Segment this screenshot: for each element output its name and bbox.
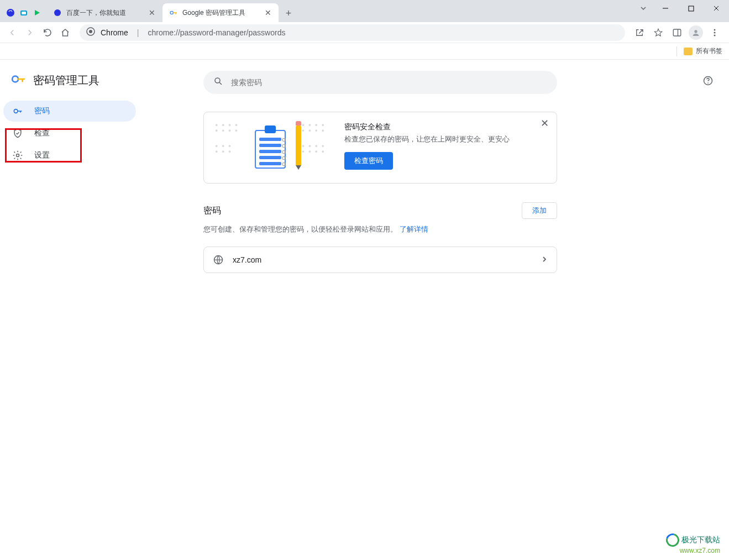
all-bookmarks-label: 所有书签 (696, 46, 722, 56)
toolbar-actions (632, 25, 725, 40)
side-panel-icon[interactable] (669, 25, 685, 40)
maximize-button[interactable] (678, 0, 704, 17)
all-bookmarks-button[interactable]: 所有书签 (684, 46, 722, 56)
browser-toolbar: Chrome | chrome://password-manager/passw… (0, 22, 729, 43)
password-domain: xz7.com (233, 255, 532, 264)
section-title: 密码 (203, 205, 221, 217)
password-checkup-card: ✕ ● ● ● ●● ● ● ● ● ● ● ●● ● ● ● ● ● ●● ●… (203, 112, 557, 184)
profile-avatar[interactable] (688, 25, 704, 40)
sidebar-header: 密码管理工具 (0, 72, 144, 101)
url-path: chrome://password-manager/passwords (148, 28, 285, 37)
section-description: 您可创建、保存和管理您的密码，以便轻松登录网站和应用。 了解详情 (203, 224, 557, 234)
sidebar-item-passwords[interactable]: 密码 (3, 101, 136, 122)
add-password-button[interactable]: 添加 (522, 202, 557, 219)
tab-strip: 百度一下，你就知道 ✕ Google 密码管理工具 ✕ + (46, 0, 296, 22)
svg-rect-2 (22, 12, 26, 14)
svg-point-17 (17, 154, 19, 157)
forward-button[interactable] (22, 25, 38, 40)
bookmark-bar: 所有书签 (0, 43, 729, 60)
gear-icon (12, 150, 23, 161)
close-card-button[interactable]: ✕ (539, 118, 550, 129)
help-icon[interactable] (702, 75, 716, 88)
card-description: 检查您已保存的密码，让您在上网时更安全、更安心 (344, 134, 546, 144)
svg-point-3 (54, 9, 61, 16)
close-window-button[interactable] (704, 0, 729, 17)
chevron-right-icon (541, 255, 548, 265)
search-input[interactable] (231, 78, 547, 87)
app-icon-bilibili[interactable] (19, 8, 29, 18)
bookmark-star-icon[interactable] (651, 25, 666, 40)
svg-point-14 (714, 34, 716, 36)
address-bar[interactable]: Chrome | chrome://password-manager/passw… (80, 24, 625, 41)
app-pinned-icons (6, 8, 42, 22)
svg-rect-9 (673, 29, 681, 36)
close-icon[interactable]: ✕ (264, 9, 272, 17)
main-panel: ✕ ● ● ● ●● ● ● ● ● ● ● ●● ● ● ● ● ● ●● ●… (144, 60, 729, 560)
url-origin: Chrome (101, 28, 128, 37)
share-icon[interactable] (632, 25, 647, 40)
globe-icon (213, 254, 224, 265)
check-passwords-button[interactable]: 检查密码 (344, 152, 393, 170)
svg-rect-6 (689, 6, 694, 11)
svg-point-11 (694, 30, 697, 33)
sidebar-item-checkup[interactable]: 检查 (3, 123, 136, 144)
svg-point-12 (714, 29, 716, 30)
search-passwords[interactable] (203, 71, 557, 94)
sidebar-item-label: 密码 (34, 106, 50, 116)
new-tab-button[interactable]: + (281, 6, 296, 21)
tab-title: Google 密码管理工具 (182, 8, 260, 18)
svg-point-13 (714, 32, 716, 33)
bookmark-separator (676, 46, 677, 56)
favicon-baidu (53, 8, 62, 17)
app-icon-tencent[interactable] (32, 8, 42, 18)
minimize-button[interactable] (653, 0, 678, 17)
passwords-section-header: 密码 添加 (203, 202, 557, 219)
folder-icon (684, 48, 693, 55)
card-title: 密码安全检查 (344, 122, 546, 132)
app-title: 密码管理工具 (33, 73, 99, 88)
tab-password-manager[interactable]: Google 密码管理工具 ✕ (162, 3, 279, 22)
svg-point-15 (12, 76, 18, 82)
chrome-logo-icon (86, 27, 95, 38)
key-icon (12, 106, 23, 117)
home-button[interactable] (57, 25, 73, 40)
svg-point-8 (89, 30, 92, 33)
svg-point-16 (14, 109, 18, 113)
watermark-logo-icon (664, 531, 682, 549)
watermark-url: www.xz7.com (666, 547, 720, 554)
shield-check-icon (12, 128, 23, 139)
password-manager-logo-icon (11, 72, 25, 88)
favicon-google-key (169, 8, 178, 17)
svg-point-0 (7, 9, 14, 17)
sidebar-item-label: 检查 (34, 128, 50, 138)
tab-search-button[interactable] (634, 0, 653, 17)
content-area: 密码管理工具 密码 检查 设置 ✕ ● ● ● ●● ● ● ● ● ● ● ●… (0, 60, 729, 560)
learn-more-link[interactable]: 了解详情 (400, 225, 428, 233)
card-body: 密码安全检查 检查您已保存的密码，让您在上网时更安全、更安心 检查密码 (344, 122, 546, 172)
watermark: 极光下载站 www.xz7.com (666, 533, 720, 554)
search-icon (213, 76, 223, 88)
window-titlebar: 百度一下，你就知道 ✕ Google 密码管理工具 ✕ + (0, 0, 729, 22)
sidebar: 密码管理工具 密码 检查 设置 (0, 60, 144, 560)
menu-icon[interactable] (707, 25, 722, 40)
close-icon[interactable]: ✕ (148, 9, 156, 17)
tab-title: 百度一下，你就知道 (66, 8, 144, 18)
sidebar-item-label: 设置 (34, 150, 50, 160)
back-button[interactable] (4, 25, 20, 40)
svg-point-4 (170, 11, 173, 14)
url-separator: | (137, 28, 139, 37)
password-entry-row[interactable]: xz7.com (203, 247, 557, 273)
watermark-text: 极光下载站 (681, 535, 720, 544)
section-desc-text: 您可创建、保存和管理您的密码，以便轻松登录网站和应用。 (203, 225, 397, 233)
reload-button[interactable] (40, 25, 55, 40)
window-controls (634, 0, 729, 17)
svg-point-20 (215, 78, 220, 83)
svg-point-19 (707, 82, 709, 83)
app-icon-baidu[interactable] (6, 8, 15, 18)
checkup-illustration: ● ● ● ●● ● ● ● ● ● ● ●● ● ● ● ● ● ●● ● ●… (215, 122, 326, 172)
sidebar-item-settings[interactable]: 设置 (3, 145, 136, 166)
tab-baidu[interactable]: 百度一下，你就知道 ✕ (46, 3, 162, 22)
